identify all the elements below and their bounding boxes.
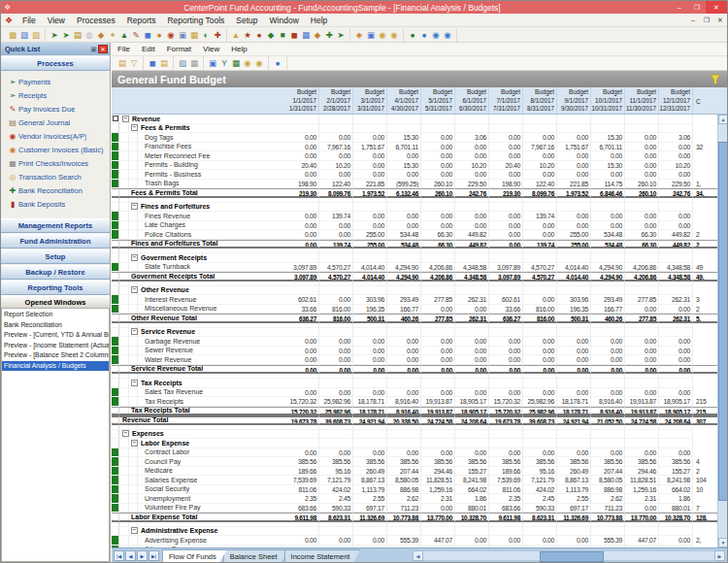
- collapse-icon[interactable]: −: [131, 203, 138, 210]
- sidebar-item-vendor-invoices-a-p[interactable]: ◉Vendor Invoices(A/P): [1, 129, 110, 143]
- toolbar-icon[interactable]: ▩: [7, 28, 18, 42]
- toolbar-icon[interactable]: ✦: [107, 28, 118, 42]
- collapse-icon[interactable]: −: [131, 254, 138, 261]
- column-header-6[interactable]: Budget6/1/20176/30/2017: [455, 87, 489, 114]
- column-header-9[interactable]: Budget9/1/20179/30/2017: [557, 87, 591, 114]
- doc-toolbar-icon[interactable]: ●: [272, 56, 283, 70]
- opened-window-preview-income-statement-actual[interactable]: Preview - [Income Statement (Actual: [2, 341, 109, 351]
- toolbar-icon[interactable]: ▣: [365, 28, 377, 42]
- quick-list-close-icon[interactable]: ✕: [98, 45, 108, 53]
- restore-button[interactable]: ❐: [688, 1, 706, 14]
- menu-setup[interactable]: Setup: [230, 14, 263, 27]
- toolbar-icon[interactable]: ●: [418, 28, 430, 42]
- doc-toolbar-icon[interactable]: ▤: [158, 56, 170, 70]
- vertical-scroll-thumb[interactable]: [718, 142, 727, 501]
- app-menu-icon[interactable]: ❖: [1, 16, 17, 25]
- toolbar-icon[interactable]: ➤: [49, 28, 60, 42]
- collapse-icon[interactable]: −: [131, 380, 138, 386]
- opened-window-bank-reconciliation[interactable]: Bank Reconciliation: [2, 320, 109, 331]
- doc-toolbar-icon[interactable]: ▤: [116, 56, 128, 70]
- funnel-icon[interactable]: [710, 74, 721, 85]
- scroll-right-icon[interactable]: ▶: [714, 550, 725, 561]
- collapse-icon[interactable]: −: [131, 440, 138, 447]
- sidebar-section-fund-administration[interactable]: Fund Administration: [1, 234, 110, 248]
- menu-processes[interactable]: Processes: [71, 14, 121, 27]
- doc-toolbar-icon[interactable]: ▦: [230, 56, 242, 70]
- opened-window-report-selection[interactable]: Report Selection: [2, 310, 109, 320]
- opened-window-preview-balance-sheet-2-columns[interactable]: Preview - [Balance Sheet 2 Columns]: [2, 350, 109, 361]
- collapse-icon[interactable]: −: [131, 124, 138, 131]
- column-header-10[interactable]: Budget10/1/201710/31/2017: [591, 87, 625, 114]
- toolbar-icon[interactable]: ●: [253, 28, 265, 42]
- column-header-4[interactable]: Budget4/1/20174/30/2017: [387, 87, 421, 114]
- mdi-minimize-button[interactable]: –: [686, 14, 700, 27]
- sidebar-section-processes[interactable]: Processes: [1, 56, 110, 71]
- toolbar-icon[interactable]: ✚: [323, 28, 335, 42]
- toolbar-icon[interactable]: ➤: [335, 28, 347, 42]
- doc-toolbar-icon[interactable]: ▧: [177, 56, 188, 70]
- column-header-11[interactable]: Budget11/1/201711/30/2017: [625, 87, 659, 114]
- toolbar-icon[interactable]: ▲: [118, 28, 130, 42]
- horizontal-scroll-thumb[interactable]: [540, 551, 604, 562]
- toolbar-icon[interactable]: ◉: [442, 28, 453, 42]
- doc-toolbar-icon[interactable]: ▣: [207, 56, 218, 70]
- column-header-7[interactable]: Budget7/1/20177/31/2017: [489, 87, 523, 114]
- doc-toolbar-icon[interactable]: ◉: [242, 56, 253, 70]
- sidebar-item-payments[interactable]: ➢Payments: [1, 75, 110, 88]
- toolbar-icon[interactable]: ✚: [212, 28, 223, 42]
- tab-income-statement[interactable]: Income Statement: [284, 549, 361, 562]
- menu-reporting-tools[interactable]: Reporting Tools: [161, 14, 230, 27]
- row-checkbox[interactable]: [113, 116, 118, 121]
- collapse-icon[interactable]: −: [131, 527, 138, 534]
- column-header-8[interactable]: Budget8/1/20178/31/2017: [523, 87, 557, 114]
- tab-nav-button-4[interactable]: ▶|: [149, 550, 159, 561]
- column-header-1[interactable]: Budget1/1/20171/31/2017: [285, 87, 319, 114]
- column-header-3[interactable]: Budget3/1/20173/31/2017: [353, 87, 387, 114]
- sidebar-item-pay-invoices-due[interactable]: ✎Pay Invoices Due: [1, 102, 110, 116]
- collapse-icon[interactable]: −: [131, 286, 138, 293]
- close-button[interactable]: ✕: [706, 1, 727, 14]
- doc-toolbar-icon[interactable]: ◼: [147, 56, 158, 70]
- toolbar-icon[interactable]: ▲: [230, 28, 242, 42]
- toolbar-icon[interactable]: ▤: [72, 28, 83, 42]
- toolbar-icon[interactable]: ◉: [388, 28, 400, 42]
- collapse-icon[interactable]: −: [122, 430, 129, 437]
- vertical-scrollbar[interactable]: ▲ ▼: [717, 115, 727, 547]
- pin-icon[interactable]: ▣: [89, 46, 98, 53]
- toolbar-icon[interactable]: ◼: [288, 28, 300, 42]
- sidebar-item-transaction-search[interactable]: ◎Transaction Search: [1, 170, 110, 183]
- toolbar-icon[interactable]: ◐: [200, 28, 212, 42]
- menu-window[interactable]: Window: [264, 14, 305, 27]
- tab-nav-button-3[interactable]: ▶: [137, 550, 148, 561]
- column-header-5[interactable]: Budget5/1/20175/31/2017: [421, 87, 455, 114]
- tab-nav-button-2[interactable]: ◀: [125, 550, 136, 561]
- scroll-left-icon[interactable]: ◀: [413, 550, 423, 561]
- toolbar-icon[interactable]: ▣: [177, 28, 188, 42]
- menu-reports[interactable]: Reports: [121, 14, 162, 27]
- doc-toolbar-icon[interactable]: Y: [218, 56, 230, 70]
- tab-nav-button-1[interactable]: |◀: [114, 550, 124, 561]
- sidebar-section-reporting-tools[interactable]: Reporting Tools: [1, 281, 110, 295]
- collapse-icon[interactable]: −: [131, 328, 138, 335]
- menu-view[interactable]: View: [42, 14, 71, 27]
- collapse-icon[interactable]: −: [122, 116, 129, 122]
- doc-toolbar-icon[interactable]: ◉: [253, 56, 265, 70]
- sidebar-section-management-reports[interactable]: Management Reports: [1, 218, 110, 233]
- toolbar-icon[interactable]: ➤: [60, 28, 72, 42]
- doc-menu-format[interactable]: Format: [161, 43, 197, 56]
- toolbar-icon[interactable]: ▦: [300, 28, 312, 42]
- minimize-button[interactable]: –: [671, 1, 688, 14]
- toolbar-icon[interactable]: ◆: [265, 28, 277, 42]
- doc-menu-help[interactable]: Help: [225, 43, 252, 56]
- mdi-restore-button[interactable]: ❐: [700, 14, 713, 27]
- doc-menu-file[interactable]: File: [112, 43, 136, 56]
- toolbar-icon[interactable]: ●: [407, 28, 418, 42]
- toolbar-icon[interactable]: ◉: [430, 28, 442, 42]
- tab-flow-of-funds[interactable]: Flow Of Funds: [162, 549, 227, 562]
- toolbar-icon[interactable]: ◉: [377, 28, 388, 42]
- tab-balance-sheet[interactable]: Balance Sheet: [223, 549, 288, 562]
- column-header-2[interactable]: Budget2/1/20172/28/2017: [319, 87, 353, 114]
- scroll-down-icon[interactable]: ▼: [718, 538, 727, 547]
- opened-window-financial-analysis-budgets[interactable]: Financial Analysis / Budgets: [2, 361, 109, 372]
- toolbar-icon[interactable]: ■: [277, 28, 288, 42]
